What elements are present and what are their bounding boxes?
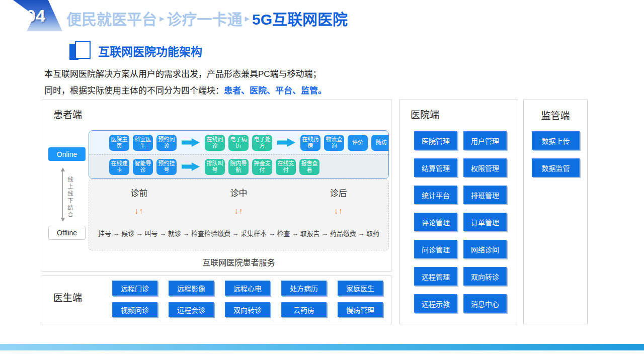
square-marker-icon: [69, 41, 91, 60]
doctor-function-button[interactable]: 慢病管理: [338, 302, 383, 317]
supervision-panel: 监管端 数据上传数据监管: [523, 100, 588, 324]
hospital-function-button[interactable]: 双向转诊: [463, 267, 507, 286]
stage-label: 诊前: [89, 186, 189, 199]
breadcrumb: 便民就医平台▸诊疗一卡通▸5G互联网医院: [66, 7, 348, 29]
online-flow-box: 医院主页科室医生预约问诊在线问诊电子病历电子处方在线药房物流查询评价随访 在线建…: [89, 130, 389, 179]
breadcrumb-separator-icon: ▸: [245, 13, 250, 24]
service-chip[interactable]: 科室医生: [133, 135, 153, 151]
flow-arrow-icon: [182, 162, 200, 172]
doctor-panel: 医生端 远程门诊远程影像远程心电处方病历家庭医生 视频问诊远程会诊双向转诊云药房…: [42, 276, 391, 324]
service-chip[interactable]: 院内导航: [228, 159, 249, 175]
offline-flow-text: 挂号 → 候诊 → 叫号 → 就诊 → 检查检验缴费 → 采集样本 → 检查 →…: [89, 228, 388, 238]
updown-arrows-icon: ↓↑: [89, 207, 189, 216]
hospital-function-button[interactable]: 网络诊间: [463, 240, 507, 258]
supervision-function-button[interactable]: 数据上传: [532, 131, 580, 150]
intro-line-2: 同时，根据实际使用主体的不同分为四个端块：患者、医院、平台、监管。: [44, 82, 327, 99]
doctor-row-2: 视频问诊远程会诊双向转诊云药房慢病管理: [112, 302, 383, 317]
doctor-panel-title: 医生端: [53, 290, 82, 304]
doctor-function-button[interactable]: 家庭医生: [338, 281, 383, 296]
intro-text: 本互联网医院解决方案从用户的需求出发，产品形态兼具PC端与移动端； 同时，根据实…: [44, 66, 327, 99]
doctor-function-button[interactable]: 远程影像: [169, 281, 214, 296]
offline-stage-box: 诊前↓↑诊中↓↑诊后↓↑ 挂号 → 候诊 → 叫号 → 就诊 → 检查检验缴费 …: [89, 179, 389, 250]
stage-label: 诊后: [289, 186, 388, 199]
service-chip[interactable]: 在线建卡: [109, 159, 129, 175]
service-chip[interactable]: 预约问诊: [156, 135, 177, 151]
hospital-grid: 医院管理用户管理结算管理权限管理统计平台排班管理评论管理订单管理问诊管理网络诊间…: [414, 131, 507, 313]
flow-row-1: 医院主页科室医生预约问诊在线问诊电子病历电子处方在线药房物流查询评价随访: [89, 131, 388, 155]
service-chip[interactable]: 排队叫号: [205, 159, 225, 175]
flow-arrow-icon: [277, 138, 295, 148]
intro-line-2-highlight: 患者、医院、平台、监管。: [224, 86, 327, 96]
hospital-function-button[interactable]: 远程示教: [414, 294, 457, 313]
slide-number: 04: [26, 6, 45, 26]
hospital-function-button[interactable]: 排班管理: [463, 186, 507, 204]
doctor-function-button[interactable]: 视频问诊: [112, 302, 157, 317]
doctor-function-button[interactable]: 远程心电: [225, 281, 270, 296]
intro-line-1: 本互联网医院解决方案从用户的需求出发，产品形态兼具PC端与移动端；: [44, 66, 327, 82]
supervision-panel-title: 监管端: [524, 108, 587, 122]
hospital-function-button[interactable]: 订单管理: [463, 213, 507, 231]
breadcrumb-item: 便民就医平台: [66, 7, 157, 29]
breadcrumb-item: 诊疗一卡通: [167, 7, 243, 29]
flow-arrow-icon: [182, 138, 200, 148]
stage-column: 诊前↓↑: [89, 186, 189, 216]
slide-number-badge: 04: [3, 0, 62, 31]
supervision-buttons: 数据上传数据监管: [532, 131, 580, 177]
hospital-function-button[interactable]: 远程管理: [414, 267, 457, 286]
updown-arrows-icon: ↓↑: [289, 207, 388, 216]
section-title: 互联网医院功能架构: [98, 42, 202, 59]
service-chip[interactable]: 在线药房: [300, 135, 320, 151]
service-chip[interactable]: 电子处方: [252, 135, 272, 151]
service-chip[interactable]: 医院主页: [109, 135, 129, 151]
patient-panel: 患者端 Online 线上线下结合 Offline 医院主页科室医生预约问诊在线…: [42, 100, 391, 272]
service-chip[interactable]: 电子病历: [228, 135, 249, 151]
hospital-panel-title: 医院端: [411, 107, 439, 121]
stage-label: 诊中: [189, 186, 288, 199]
hospital-function-button[interactable]: 消息中心: [463, 294, 507, 313]
service-chip[interactable]: 报告查看: [299, 159, 319, 175]
mode-link-label: 线上线下结合: [66, 176, 74, 219]
hospital-function-button[interactable]: 用户管理: [463, 131, 507, 150]
hospital-function-button[interactable]: 医院管理: [414, 131, 457, 150]
stage-column: 诊后↓↑: [289, 186, 388, 216]
supervision-function-button[interactable]: 数据监管: [532, 158, 580, 177]
service-chip[interactable]: 押金支付: [252, 159, 272, 175]
offline-badge[interactable]: Offline: [48, 226, 86, 240]
doctor-function-button[interactable]: 双向转诊: [225, 302, 270, 317]
stage-row: 诊前↓↑诊中↓↑诊后↓↑: [89, 186, 388, 216]
doctor-function-button[interactable]: 远程门诊: [112, 281, 157, 296]
breadcrumb-item: 5G互联网医院: [252, 7, 348, 29]
patient-caption: 互联网医院患者服务: [89, 256, 389, 268]
hospital-function-button[interactable]: 评论管理: [414, 213, 457, 231]
patient-panel-title: 患者端: [53, 107, 82, 121]
service-chip[interactable]: 随访: [371, 135, 389, 151]
stage-column: 诊中↓↑: [189, 186, 288, 216]
updown-arrows-icon: ↓↑: [189, 207, 288, 216]
updown-connector-arrow: [62, 169, 63, 220]
online-badge[interactable]: Online: [48, 147, 86, 161]
doctor-row-1: 远程门诊远程影像远程心电处方病历家庭医生: [112, 281, 383, 296]
doctor-function-button[interactable]: 云药房: [281, 302, 327, 317]
service-chip[interactable]: 物流查询: [324, 135, 344, 151]
hospital-function-button[interactable]: 问诊管理: [414, 240, 457, 258]
breadcrumb-separator-icon: ▸: [159, 13, 165, 24]
service-chip[interactable]: 评价: [348, 135, 368, 151]
hospital-panel: 医院端 医院管理用户管理结算管理权限管理统计平台排班管理评论管理订单管理问诊管理…: [399, 100, 517, 324]
hospital-function-button[interactable]: 结算管理: [414, 158, 457, 177]
flow-row-2: 在线建卡智能导诊预约挂号排队叫号院内导航押金支付在线支付报告查看: [89, 155, 388, 178]
intro-line-2-prefix: 同时，根据实际使用主体的不同分为四个端块：: [44, 86, 224, 96]
service-chip[interactable]: 在线问诊: [205, 135, 225, 151]
section-header: 互联网医院功能架构: [69, 41, 202, 60]
footer-gradient-band: [0, 344, 644, 350]
service-chip[interactable]: 在线支付: [276, 159, 296, 175]
service-chip[interactable]: 预约挂号: [156, 159, 177, 175]
hospital-function-button[interactable]: 权限管理: [463, 158, 507, 177]
hospital-function-button[interactable]: 统计平台: [414, 186, 457, 204]
doctor-function-button[interactable]: 远程会诊: [169, 302, 214, 317]
service-chip[interactable]: 智能导诊: [133, 159, 153, 175]
doctor-function-button[interactable]: 处方病历: [281, 281, 327, 296]
